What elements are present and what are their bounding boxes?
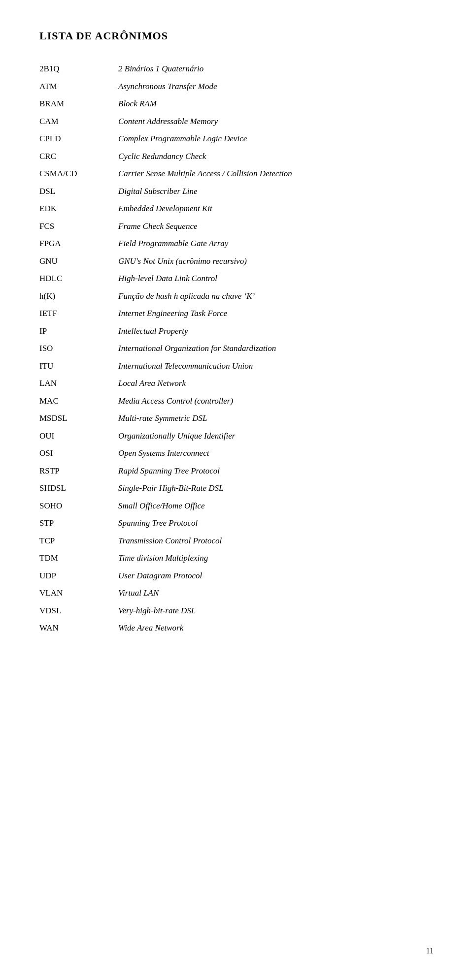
acronym-definition: Organizationally Unique Identifier: [118, 427, 434, 445]
page-number: 11: [426, 947, 434, 955]
acronym-definition: Multi-rate Symmetric DSL: [118, 410, 434, 427]
list-item: SOHOSmall Office/Home Office: [39, 497, 434, 515]
acronym-definition: Rapid Spanning Tree Protocol: [118, 462, 434, 480]
acronym-abbr: h(K): [39, 287, 118, 305]
acronym-abbr: HDLC: [39, 270, 118, 287]
list-item: ITUInternational Telecommunication Union: [39, 357, 434, 375]
acronym-definition: Very-high-bit-rate DSL: [118, 602, 434, 620]
list-item: ISOInternational Organization for Standa…: [39, 340, 434, 357]
acronym-definition: Frame Check Sequence: [118, 218, 434, 235]
acronym-definition: Asynchronous Transfer Mode: [118, 78, 434, 95]
acronym-definition: Carrier Sense Multiple Access / Collisio…: [118, 165, 434, 183]
acronym-definition: Media Access Control (controller): [118, 392, 434, 410]
list-item: HDLCHigh-level Data Link Control: [39, 270, 434, 287]
acronym-abbr: ATM: [39, 78, 118, 95]
acronym-definition: Internet Engineering Task Force: [118, 305, 434, 322]
list-item: UDPUser Datagram Protocol: [39, 567, 434, 585]
acronym-abbr: VDSL: [39, 602, 118, 620]
acronym-definition: Time division Multiplexing: [118, 549, 434, 567]
acronym-abbr: GNU: [39, 253, 118, 270]
acronym-definition: Spanning Tree Protocol: [118, 514, 434, 532]
list-item: EDKEmbedded Development Kit: [39, 200, 434, 218]
acronym-abbr: VLAN: [39, 584, 118, 602]
list-item: VDSLVery-high-bit-rate DSL: [39, 602, 434, 620]
acronym-abbr: LAN: [39, 375, 118, 392]
acronym-abbr: TCP: [39, 532, 118, 550]
acronym-definition: International Organization for Standardi…: [118, 340, 434, 357]
acronym-definition: Local Area Network: [118, 375, 434, 392]
list-item: BRAMBlock RAM: [39, 95, 434, 113]
list-item: FPGAField Programmable Gate Array: [39, 235, 434, 253]
acronym-definition: User Datagram Protocol: [118, 567, 434, 585]
acronym-abbr: OSI: [39, 444, 118, 462]
acronym-definition: Transmission Control Protocol: [118, 532, 434, 550]
acronym-definition: GNU's Not Unix (acrônimo recursivo): [118, 253, 434, 270]
acronym-abbr: 2B1Q: [39, 60, 118, 78]
list-item: LANLocal Area Network: [39, 375, 434, 392]
acronym-abbr: CRC: [39, 148, 118, 165]
list-item: GNUGNU's Not Unix (acrônimo recursivo): [39, 253, 434, 270]
acronym-definition: Single-Pair High-Bit-Rate DSL: [118, 479, 434, 497]
acronym-abbr: UDP: [39, 567, 118, 585]
list-item: MSDSLMulti-rate Symmetric DSL: [39, 410, 434, 427]
list-item: CAMContent Addressable Memory: [39, 113, 434, 130]
acronym-definition: Content Addressable Memory: [118, 113, 434, 130]
list-item: OSIOpen Systems Interconnect: [39, 444, 434, 462]
acronym-definition: High-level Data Link Control: [118, 270, 434, 287]
acronym-abbr: TDM: [39, 549, 118, 567]
acronym-definition: Block RAM: [118, 95, 434, 113]
acronym-abbr: DSL: [39, 183, 118, 200]
acronym-abbr: EDK: [39, 200, 118, 218]
list-item: FCSFrame Check Sequence: [39, 218, 434, 235]
acronym-abbr: CSMA/CD: [39, 165, 118, 183]
list-item: DSLDigital Subscriber Line: [39, 183, 434, 200]
list-item: RSTPRapid Spanning Tree Protocol: [39, 462, 434, 480]
list-item: 2B1Q2 Binários 1 Quaternário: [39, 60, 434, 78]
acronym-definition: Wide Area Network: [118, 619, 434, 637]
list-item: OUIOrganizationally Unique Identifier: [39, 427, 434, 445]
list-item: CPLDComplex Programmable Logic Device: [39, 130, 434, 148]
acronym-definition: Digital Subscriber Line: [118, 183, 434, 200]
acronym-definition: International Telecommunication Union: [118, 357, 434, 375]
acronym-definition: Função de hash h aplicada na chave ‘K’: [118, 287, 434, 305]
list-item: ATMAsynchronous Transfer Mode: [39, 78, 434, 95]
acronym-abbr: FPGA: [39, 235, 118, 253]
list-item: TCPTransmission Control Protocol: [39, 532, 434, 550]
acronym-definition: Small Office/Home Office: [118, 497, 434, 515]
acronym-abbr: FCS: [39, 218, 118, 235]
list-item: IPIntellectual Property: [39, 322, 434, 340]
list-item: STPSpanning Tree Protocol: [39, 514, 434, 532]
list-item: WANWide Area Network: [39, 619, 434, 637]
list-item: CSMA/CDCarrier Sense Multiple Access / C…: [39, 165, 434, 183]
acronym-definition: Cyclic Redundancy Check: [118, 148, 434, 165]
acronym-abbr: IP: [39, 322, 118, 340]
acronym-abbr: MAC: [39, 392, 118, 410]
acronym-definition: Open Systems Interconnect: [118, 444, 434, 462]
acronym-definition: Virtual LAN: [118, 584, 434, 602]
list-item: IETFInternet Engineering Task Force: [39, 305, 434, 322]
acronym-abbr: WAN: [39, 619, 118, 637]
acronym-definition: Complex Programmable Logic Device: [118, 130, 434, 148]
acronym-abbr: MSDSL: [39, 410, 118, 427]
acronym-abbr: ISO: [39, 340, 118, 357]
acronym-abbr: BRAM: [39, 95, 118, 113]
acronym-definition: 2 Binários 1 Quaternário: [118, 60, 434, 78]
list-item: CRCCyclic Redundancy Check: [39, 148, 434, 165]
acronym-definition: Field Programmable Gate Array: [118, 235, 434, 253]
acronym-definition: Intellectual Property: [118, 322, 434, 340]
page-title: Lista de Acrônimos: [39, 30, 434, 42]
list-item: MACMedia Access Control (controller): [39, 392, 434, 410]
acronym-abbr: RSTP: [39, 462, 118, 480]
acronym-abbr: STP: [39, 514, 118, 532]
list-item: TDMTime division Multiplexing: [39, 549, 434, 567]
acronym-abbr: OUI: [39, 427, 118, 445]
acronym-table: 2B1Q2 Binários 1 QuaternárioATMAsynchron…: [39, 60, 434, 637]
list-item: h(K)Função de hash h aplicada na chave ‘…: [39, 287, 434, 305]
acronym-abbr: CAM: [39, 113, 118, 130]
acronym-abbr: IETF: [39, 305, 118, 322]
list-item: VLANVirtual LAN: [39, 584, 434, 602]
acronym-abbr: SOHO: [39, 497, 118, 515]
list-item: SHDSLSingle-Pair High-Bit-Rate DSL: [39, 479, 434, 497]
acronym-abbr: ITU: [39, 357, 118, 375]
acronym-definition: Embedded Development Kit: [118, 200, 434, 218]
